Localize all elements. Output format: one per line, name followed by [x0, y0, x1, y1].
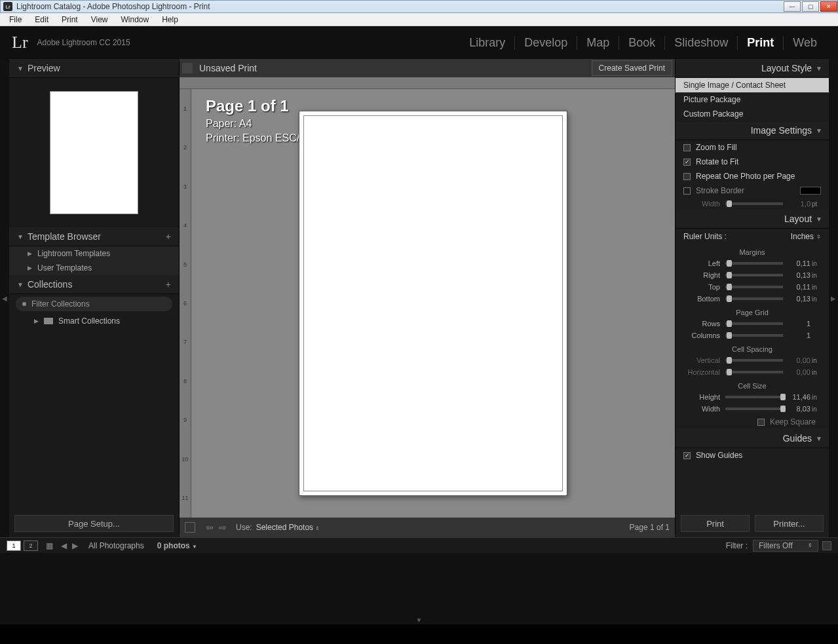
- next-page-button[interactable]: ⇨: [216, 522, 229, 533]
- tree-label: User Templates: [37, 263, 92, 273]
- main-display-button[interactable]: 1: [7, 540, 21, 551]
- keep-square-checkbox[interactable]: Keep Square: [676, 415, 829, 429]
- preview-title: Preview: [28, 63, 60, 73]
- style-picture-package[interactable]: Picture Package: [676, 92, 829, 107]
- chevron-right-icon: ▶: [28, 250, 32, 257]
- menu-file[interactable]: File: [3, 15, 28, 24]
- use-label: Use:: [236, 523, 252, 532]
- preview-panel-header[interactable]: ▼ Preview: [9, 59, 179, 78]
- smart-collections-row[interactable]: ▶ Smart Collections: [9, 314, 179, 328]
- rows-slider[interactable]: Rows1: [676, 318, 829, 330]
- rotate-to-fit-checkbox[interactable]: ✓Rotate to Fit: [676, 155, 829, 169]
- template-browser-header[interactable]: ▼ Template Browser +: [9, 227, 179, 246]
- filter-lock-icon[interactable]: [822, 541, 831, 550]
- right-panel-toggle[interactable]: ▶: [829, 59, 838, 537]
- app-header: Lr Adobe Lightroom CC 2015 Library Devel…: [0, 26, 838, 59]
- tree-user-templates[interactable]: ▶ User Templates: [9, 261, 179, 275]
- margins-title: Margins: [676, 244, 829, 257]
- app-subtitle: Adobe Lightroom CC 2015: [37, 38, 130, 47]
- center-toolbar: Unsaved Print Create Saved Print: [180, 59, 675, 77]
- nav-back-button[interactable]: ◀: [58, 541, 69, 550]
- window-titlebar: Lr Lightroom Catalog - Adobe Photoshop L…: [0, 0, 838, 13]
- left-panel-toggle[interactable]: ◀: [0, 59, 9, 537]
- margin-top-slider[interactable]: Top0,11in: [676, 281, 829, 293]
- document-title: Unsaved Print: [199, 63, 592, 73]
- tab-web[interactable]: Web: [783, 36, 826, 50]
- margin-left-slider[interactable]: Left0,11in: [676, 257, 829, 269]
- secondary-display-button[interactable]: 2: [24, 540, 38, 551]
- prev-page-button[interactable]: ⇦: [203, 522, 216, 533]
- tree-lightroom-templates[interactable]: ▶ Lightroom Templates: [9, 246, 179, 261]
- filmstrip[interactable]: [0, 553, 838, 615]
- soft-proofing-icon[interactable]: [182, 63, 193, 73]
- nav-forward-button[interactable]: ▶: [69, 541, 81, 550]
- menubar: File Edit Print View Window Help: [0, 13, 838, 26]
- print-page[interactable]: [299, 111, 567, 496]
- search-icon: [22, 302, 26, 306]
- show-guides-checkbox[interactable]: ✓Show Guides: [676, 448, 829, 463]
- selection-toggle[interactable]: [185, 522, 195, 533]
- page-setup-button[interactable]: Page Setup...: [14, 515, 174, 532]
- tab-print[interactable]: Print: [737, 36, 783, 50]
- columns-slider[interactable]: Columns1: [676, 330, 829, 341]
- filter-placeholder: Filter Collections: [31, 299, 90, 309]
- layout-style-title: Layout Style: [761, 63, 812, 73]
- image-settings-title: Image Settings: [751, 125, 812, 136]
- menu-help[interactable]: Help: [155, 15, 185, 24]
- margin-right-slider[interactable]: Right0,13in: [676, 269, 829, 281]
- add-collection-button[interactable]: +: [166, 279, 171, 290]
- create-saved-print-button[interactable]: Create Saved Print: [592, 60, 672, 76]
- print-button[interactable]: Print: [681, 515, 750, 532]
- chevron-down-icon: ▼: [17, 65, 24, 72]
- minimize-button[interactable]: —: [784, 1, 801, 12]
- filter-collections-input[interactable]: Filter Collections: [16, 297, 172, 311]
- tab-slideshow[interactable]: Slideshow: [664, 36, 737, 50]
- close-button[interactable]: ✕: [820, 1, 837, 12]
- canvas-body[interactable]: Page 1 of 1 Paper: A4 Printer: Epson ESC…: [191, 89, 675, 518]
- stroke-width-slider[interactable]: Width 1,0pt: [676, 198, 829, 210]
- filmstrip-toggle[interactable]: ▼: [0, 615, 838, 624]
- page-grid-title: Page Grid: [676, 305, 829, 318]
- collections-header[interactable]: ▼ Collections +: [9, 275, 179, 294]
- tab-map[interactable]: Map: [577, 36, 619, 50]
- center-panel: Unsaved Print Create Saved Print 123 456…: [180, 59, 675, 537]
- source-label[interactable]: All Photographs: [88, 541, 144, 550]
- chevron-down-icon: ▼: [816, 435, 822, 442]
- tab-library[interactable]: Library: [460, 36, 514, 50]
- stroke-border-checkbox[interactable]: Stroke Border: [676, 183, 829, 198]
- filmstrip-toolbar: 1 2 ▦ ◀ ▶ All Photographs 0 photos ▼ Fil…: [0, 537, 838, 553]
- guides-header[interactable]: Guides ▼: [676, 429, 829, 448]
- repeat-one-checkbox[interactable]: Repeat One Photo per Page: [676, 169, 829, 183]
- template-browser-title: Template Browser: [28, 231, 101, 242]
- layout-header[interactable]: Layout ▼: [676, 210, 829, 229]
- menu-print[interactable]: Print: [55, 15, 85, 24]
- ruler-horizontal: [180, 77, 675, 89]
- style-custom-package[interactable]: Custom Package: [676, 107, 829, 121]
- layout-style-header[interactable]: Layout Style ▼: [676, 59, 829, 78]
- photo-count[interactable]: 0 photos ▼: [157, 541, 197, 550]
- cell-width-slider[interactable]: Width8,03in: [676, 403, 829, 415]
- tab-book[interactable]: Book: [619, 36, 664, 50]
- chevron-down-icon: ▼: [17, 233, 24, 240]
- menu-view[interactable]: View: [85, 15, 115, 24]
- menu-window[interactable]: Window: [115, 15, 156, 24]
- add-template-button[interactable]: +: [166, 231, 171, 242]
- margin-bottom-slider[interactable]: Bottom0,13in: [676, 293, 829, 305]
- vertical-spacing-slider[interactable]: Vertical0,00in: [676, 354, 829, 366]
- image-settings-header[interactable]: Image Settings ▼: [676, 121, 829, 140]
- smart-collections-label: Smart Collections: [58, 316, 120, 326]
- menu-edit[interactable]: Edit: [28, 15, 55, 24]
- printer-button[interactable]: Printer...: [755, 515, 824, 532]
- use-dropdown[interactable]: Selected Photos ⇕: [256, 523, 320, 532]
- horizontal-spacing-slider[interactable]: Horizontal0,00in: [676, 366, 829, 378]
- cell-spacing-title: Cell Spacing: [676, 341, 829, 354]
- stroke-color-swatch[interactable]: [800, 187, 821, 195]
- grid-view-icon[interactable]: ▦: [46, 541, 53, 550]
- ruler-units-dropdown[interactable]: Ruler Units : Inches ⇕: [676, 229, 829, 244]
- tab-develop[interactable]: Develop: [514, 36, 577, 50]
- zoom-to-fill-checkbox[interactable]: Zoom to Fill: [676, 140, 829, 155]
- cell-height-slider[interactable]: Height11,46in: [676, 391, 829, 403]
- style-single-image[interactable]: Single Image / Contact Sheet: [676, 78, 829, 92]
- maximize-button[interactable]: ▢: [802, 1, 819, 12]
- filter-dropdown[interactable]: Filters Off⇕: [753, 540, 818, 552]
